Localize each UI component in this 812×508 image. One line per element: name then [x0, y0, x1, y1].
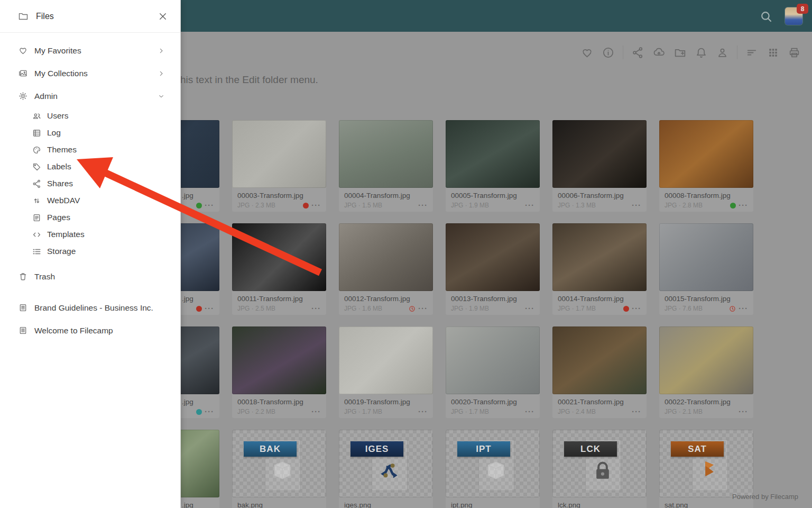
more-options-button[interactable]: ··· — [525, 203, 534, 208]
file-meta-row: JPG · 2.8 MB··· — [665, 202, 748, 209]
more-options-button[interactable]: ··· — [418, 409, 428, 414]
sidebar-item-my-favorites[interactable]: My Favorites — [0, 39, 180, 62]
status-dot-red — [303, 203, 309, 208]
photo-thumbnail[interactable] — [446, 223, 540, 291]
more-options-button[interactable]: ··· — [525, 306, 534, 311]
more-options-button[interactable]: ··· — [311, 203, 321, 208]
sidebar-item-pages[interactable]: Pages — [0, 209, 180, 226]
add-folder-icon[interactable] — [673, 46, 687, 59]
status-dot-red — [196, 306, 202, 312]
filetype-thumbnail[interactable]: SAT — [659, 430, 753, 497]
photo-thumbnail[interactable] — [232, 326, 326, 394]
file-caption: 00014-Transform.jpgJPG · 1.7 MB··· — [552, 291, 647, 312]
sidebar-item-label: Templates — [47, 230, 85, 239]
file-meta: JPG · 1.7 MB — [558, 305, 623, 312]
file-name: 00003-Transform.jpg — [237, 192, 321, 199]
sidebar-item-label: Themes — [47, 145, 77, 155]
sidebar-item-admin[interactable]: Admin — [0, 85, 180, 107]
photo-thumbnail[interactable] — [339, 326, 433, 394]
chevron-down-icon[interactable] — [157, 92, 165, 101]
more-options-button[interactable]: ··· — [525, 409, 534, 414]
sort-icon[interactable] — [745, 46, 759, 59]
more-options-button[interactable]: ··· — [205, 203, 214, 208]
more-options-button[interactable]: ··· — [311, 409, 321, 414]
sidebar-item-my-collections[interactable]: My Collections — [0, 62, 180, 85]
file-meta: JPG · 1.6 MB — [344, 305, 409, 312]
user-avatar[interactable]: 8 — [785, 7, 802, 25]
more-options-button[interactable]: ··· — [632, 409, 641, 414]
file-meta: JPG · 2.2 MB — [237, 408, 311, 415]
filetype-thumbnail[interactable]: IGES — [339, 430, 433, 497]
sidebar-item-webdav[interactable]: WebDAV — [0, 192, 180, 209]
code-icon — [32, 230, 42, 240]
photo-thumbnail[interactable] — [232, 120, 326, 188]
heart-icon[interactable] — [580, 46, 594, 59]
sidebar-item-themes[interactable]: Themes — [0, 141, 180, 158]
chevron-right-icon[interactable] — [157, 47, 165, 55]
search-icon[interactable] — [759, 10, 773, 23]
filetype-banner: IPT — [457, 441, 510, 457]
file-meta-row: JPG · 1.9 MB··· — [451, 305, 534, 312]
photo-thumbnail[interactable] — [659, 326, 753, 394]
photo-thumbnail[interactable] — [446, 120, 540, 188]
trash-icon — [18, 271, 28, 282]
photo-thumbnail[interactable] — [552, 120, 647, 188]
print-icon[interactable] — [788, 46, 801, 59]
filetype-thumbnail[interactable]: LCK — [552, 430, 647, 497]
file-caption: 00021-Transform.jpgJPG · 2.4 MB··· — [552, 394, 647, 415]
sidebar-item-welcome-to-filecamp[interactable]: Welcome to Filecamp — [0, 319, 180, 342]
sidebar-item-users[interactable]: Users — [0, 107, 180, 124]
bell-icon[interactable] — [695, 46, 708, 59]
more-options-button[interactable]: ··· — [739, 203, 748, 208]
sidebar-item-labels[interactable]: Labels — [0, 158, 180, 175]
sidebar-item-brand-guidelines-business-inc[interactable]: Brand Guidelines - Business Inc. — [0, 296, 180, 319]
photo-thumbnail[interactable] — [446, 326, 540, 394]
expiry-clock-icon — [409, 305, 416, 312]
file-meta: JPG · 1.5 MB — [344, 202, 418, 209]
cloud-upload-icon[interactable] — [652, 46, 666, 59]
user-icon[interactable] — [716, 46, 729, 59]
sidebar-item-templates[interactable]: Templates — [0, 226, 180, 243]
photo-thumbnail[interactable] — [552, 223, 647, 291]
more-options-button[interactable]: ··· — [739, 306, 748, 311]
more-options-button[interactable]: ··· — [418, 203, 428, 208]
chevron-right-icon[interactable] — [157, 69, 165, 78]
sidebar-item-storage[interactable]: Storage — [0, 243, 180, 260]
photo-thumbnail[interactable] — [339, 223, 433, 291]
share-icon[interactable] — [631, 46, 644, 59]
file-name: sat.png — [665, 501, 748, 508]
photo-thumbnail[interactable] — [659, 223, 753, 291]
grid-view-icon[interactable] — [767, 46, 780, 59]
sidebar-item-shares[interactable]: Shares — [0, 175, 180, 192]
filetype-thumbnail[interactable]: BAK — [232, 430, 326, 497]
sidebar-item-trash[interactable]: Trash — [0, 265, 180, 288]
photo-thumbnail[interactable] — [232, 223, 326, 291]
file-meta-row: JPG · 2.1 MB··· — [665, 408, 748, 415]
file-meta-row: JPG · 7.6 MB··· — [665, 305, 748, 312]
file-meta: JPG · 2.3 MB — [237, 202, 303, 209]
file-meta: JPG · 1.7 MB — [344, 408, 418, 415]
photo-thumbnail[interactable] — [339, 120, 433, 188]
more-options-button[interactable]: ··· — [205, 409, 214, 414]
folder-icon — [18, 11, 29, 22]
more-options-button[interactable]: ··· — [632, 203, 641, 208]
storage-icon — [32, 247, 42, 257]
info-icon[interactable] — [602, 46, 615, 59]
file-name: 00020-Transform.jpg — [451, 398, 534, 406]
photo-thumbnail[interactable] — [659, 120, 753, 188]
photo-thumbnail[interactable] — [552, 326, 647, 394]
file-name: 00008-Transform.jpg — [665, 192, 748, 199]
sidebar-item-log[interactable]: Log — [0, 124, 180, 141]
file-caption: 00006-Transform.jpgJPG · 1.3 MB··· — [552, 188, 647, 209]
toolbar-divider — [737, 46, 737, 59]
users-icon — [32, 111, 42, 121]
gear-icon — [18, 91, 28, 101]
close-icon[interactable] — [158, 12, 168, 21]
filetype-thumbnail[interactable]: IPT — [446, 430, 540, 497]
more-options-button[interactable]: ··· — [311, 306, 321, 311]
more-options-button[interactable]: ··· — [205, 306, 214, 311]
more-options-button[interactable]: ··· — [739, 409, 748, 414]
more-options-button[interactable]: ··· — [418, 306, 428, 311]
more-options-button[interactable]: ··· — [632, 306, 641, 311]
collections-icon — [18, 68, 28, 78]
